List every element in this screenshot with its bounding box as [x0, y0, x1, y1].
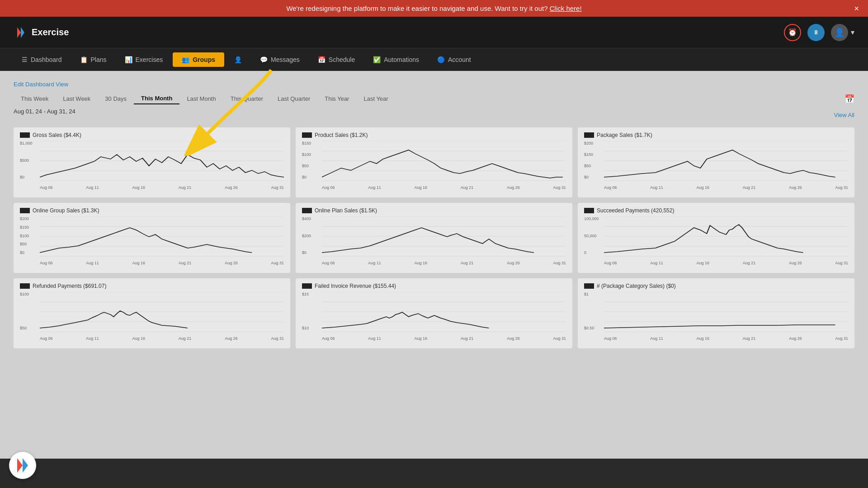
charts-grid: Gross Sales ($4.4K)$1,000$500$0Aug 06Aug… — [14, 127, 854, 348]
nav-item-account[interactable]: 🔵 Account — [429, 53, 479, 66]
chart-x-label: Aug 26 — [225, 261, 238, 265]
banner-close-button[interactable]: × — [854, 4, 859, 13]
chart-x-label: Aug 31 — [271, 336, 284, 341]
chart-svg-refunded-payments — [40, 292, 284, 333]
nav-item-groups[interactable]: 👥 Groups — [173, 52, 224, 67]
chart-x-label: Aug 26 — [507, 261, 520, 265]
chart-y-label: 100,000 — [584, 216, 604, 221]
chart-x-label: Aug 31 — [835, 261, 848, 265]
chart-y-label: $150 — [20, 225, 40, 230]
chart-y-label: $15 — [302, 292, 322, 296]
chart-x-label: Aug 31 — [271, 185, 284, 190]
chart-card-gross-sales: Gross Sales ($4.4K)$1,000$500$0Aug 06Aug… — [14, 127, 290, 197]
chart-x-label: Aug 26 — [507, 336, 520, 341]
filter-this-month[interactable]: This Month — [134, 93, 179, 104]
chart-y-label: $50 — [584, 164, 604, 168]
chart-area-online-group-sales: $200$150$100$50$0Aug 06Aug 11Aug 16Aug 2… — [20, 216, 284, 265]
chart-y-label: $400 — [302, 216, 322, 221]
chart-x-labels-product-sales: Aug 06Aug 11Aug 16Aug 21Aug 26Aug 31 — [322, 185, 566, 190]
chart-x-label: Aug 16 — [415, 336, 428, 341]
chart-area-package-sales: $200$150$50$0Aug 06Aug 11Aug 16Aug 21Aug… — [584, 141, 848, 190]
chart-legend-online-group-sales — [20, 208, 30, 213]
chart-legend-failed-invoice — [302, 283, 312, 289]
chart-x-label: Aug 21 — [179, 261, 192, 265]
chart-y-label: $200 — [302, 234, 322, 238]
nav-item-dashboard[interactable]: ☰ Dashboard — [14, 53, 70, 66]
chart-area-refunded-payments: $100$50Aug 06Aug 11Aug 16Aug 21Aug 26Aug… — [20, 292, 284, 341]
chart-x-label: Aug 21 — [461, 261, 474, 265]
chart-y-labels-failed-invoice: $15$10 — [302, 292, 322, 330]
view-all-link[interactable]: View All — [834, 112, 854, 118]
chart-svg-online-group-sales — [40, 216, 284, 257]
chart-svg-failed-invoice — [322, 292, 566, 333]
chart-legend-online-plan-sales — [302, 208, 312, 213]
nav-item-plans[interactable]: 📋 Plans — [72, 53, 115, 66]
chart-card-online-plan-sales: Online Plan Sales ($1.5K)$400$200$0Aug 0… — [296, 203, 572, 273]
filter-last-week[interactable]: Last Week — [56, 94, 98, 104]
filter-last-year[interactable]: Last Year — [356, 94, 395, 104]
chart-x-label: Aug 31 — [553, 261, 566, 265]
chart-title-refunded-payments: Refunded Payments ($691.07) — [20, 283, 284, 289]
banner-link[interactable]: Click here! — [550, 5, 582, 12]
calendar-icon[interactable]: 📅 — [844, 94, 854, 104]
chart-svg-package-sales — [604, 141, 848, 182]
chart-title-gross-sales: Gross Sales ($4.4K) — [20, 132, 284, 138]
announcement-banner: We're redesigning the platform to make i… — [0, 0, 868, 17]
chart-y-labels-product-sales: $150$100$50$0 — [302, 141, 322, 179]
chart-svg-product-sales — [322, 141, 566, 182]
chart-x-label: Aug 31 — [835, 336, 848, 341]
chart-card-failed-invoice: Failed Invoice Revenue ($155.44)$15$10Au… — [296, 278, 572, 348]
chart-y-label: $0 — [20, 250, 40, 255]
filter-this-year[interactable]: This Year — [317, 94, 356, 104]
chart-label-gross-sales: Gross Sales ($4.4K) — [33, 132, 81, 138]
chart-label-online-plan-sales: Online Plan Sales ($1.5K) — [315, 207, 377, 214]
chart-y-labels-package-category-sales: $1$0.50 — [584, 292, 604, 330]
filter-last-quarter[interactable]: Last Quarter — [270, 94, 317, 104]
chart-x-label: Aug 21 — [743, 336, 756, 341]
chart-card-succeeded-payments: Succeeded Payments (420,552)100,00050,00… — [578, 203, 854, 273]
avatar: 👤 — [831, 24, 848, 41]
chart-legend-gross-sales — [20, 132, 30, 138]
date-filter-bar: This Week Last Week 30 Days This Month L… — [14, 93, 854, 104]
chart-y-labels-online-plan-sales: $400$200$0 — [302, 216, 322, 255]
filter-last-month[interactable]: Last Month — [179, 94, 223, 104]
chart-card-package-category-sales: # (Package Category Sales) ($0)$1$0.50Au… — [578, 278, 854, 348]
date-range-label: Aug 01, 24 - Aug 31, 24 — [14, 108, 75, 115]
filter-this-quarter[interactable]: This Quarter — [223, 94, 270, 104]
chart-y-label: $50 — [20, 242, 40, 246]
chart-x-labels-online-group-sales: Aug 06Aug 11Aug 16Aug 21Aug 26Aug 31 — [40, 261, 284, 265]
nav-item-messages[interactable]: 💬 Messages — [252, 53, 308, 66]
nav-label-exercises: Exercises — [136, 56, 163, 63]
groups-icon: 👥 — [182, 56, 189, 63]
chart-x-label: Aug 26 — [225, 336, 238, 341]
filter-30-days[interactable]: 30 Days — [98, 94, 134, 104]
chart-x-label: Aug 31 — [835, 185, 848, 190]
chart-x-labels-refunded-payments: Aug 06Aug 11Aug 16Aug 21Aug 26Aug 31 — [40, 336, 284, 341]
chart-y-label: $150 — [302, 141, 322, 145]
chart-legend-package-sales — [584, 132, 594, 138]
clock-button[interactable]: ⏰ — [784, 24, 801, 41]
filter-this-week[interactable]: This Week — [14, 94, 56, 104]
avatar-button[interactable]: 👤 ▾ — [831, 24, 854, 41]
chart-x-label: Aug 16 — [415, 261, 428, 265]
chart-y-label: $100 — [20, 234, 40, 238]
edit-dashboard-link[interactable]: Edit Dashboard View — [14, 81, 68, 88]
chart-x-labels-package-category-sales: Aug 06Aug 11Aug 16Aug 21Aug 26Aug 31 — [604, 336, 848, 341]
nav-item-exercises[interactable]: 📊 Exercises — [117, 53, 171, 66]
nav-item-automations[interactable]: ✅ Automations — [365, 53, 427, 66]
chart-x-labels-failed-invoice: Aug 06Aug 11Aug 16Aug 21Aug 26Aug 31 — [322, 336, 566, 341]
chart-x-label: Aug 21 — [179, 185, 192, 190]
notifications-button[interactable]: 8 — [807, 24, 825, 41]
main-navigation: ☰ Dashboard 📋 Plans 📊 Exercises 👥 Groups… — [0, 48, 868, 71]
nav-label-automations: Automations — [384, 56, 419, 63]
chart-x-label: Aug 21 — [743, 185, 756, 190]
chart-x-label: Aug 16 — [697, 261, 710, 265]
chart-y-label: $200 — [584, 141, 604, 145]
chart-area-succeeded-payments: 100,00050,0000Aug 06Aug 11Aug 16Aug 21Au… — [584, 216, 848, 265]
nav-item-schedule[interactable]: 📅 Schedule — [310, 53, 363, 66]
account-icon: 🔵 — [437, 56, 445, 63]
chart-x-label: Aug 11 — [368, 336, 381, 341]
nav-item-clients[interactable]: 👤 — [226, 53, 250, 66]
chart-x-label: Aug 06 — [40, 261, 53, 265]
chart-title-online-group-sales: Online Group Sales ($1.3K) — [20, 207, 284, 214]
